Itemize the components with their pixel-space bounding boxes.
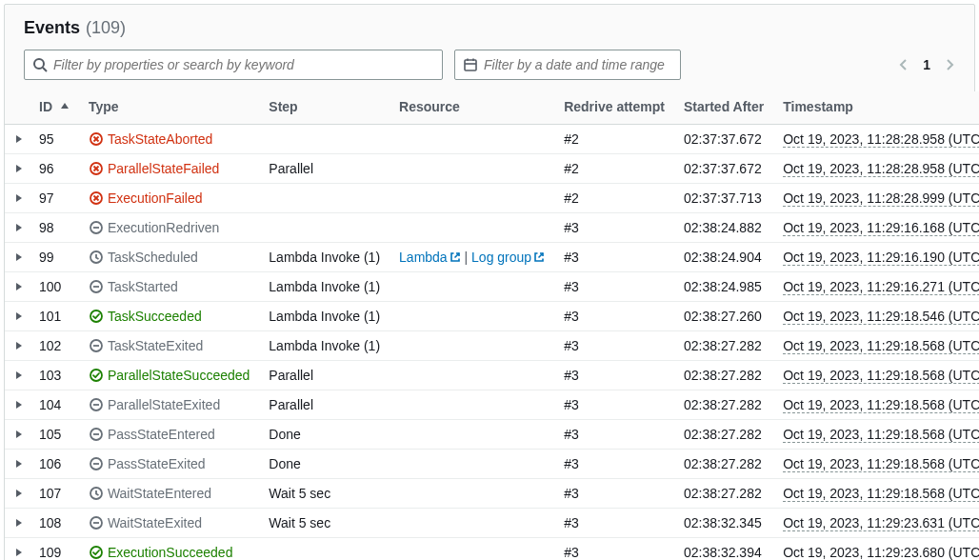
- table-row[interactable]: 95TaskStateAborted#202:37:37.672Oct 19, …: [5, 125, 979, 154]
- table-row[interactable]: 104ParallelStateExitedParallel#302:38:27…: [5, 390, 979, 420]
- keyword-input[interactable]: [53, 57, 434, 72]
- header-id[interactable]: ID: [24, 91, 79, 125]
- header-type[interactable]: Type: [79, 91, 259, 125]
- events-table: ID Type Step Resource Redrive attempt St…: [5, 91, 979, 560]
- pager-current[interactable]: 1: [923, 57, 930, 72]
- timestamp-link[interactable]: Oct 19, 2023, 11:29:18.568 (UTC-07:00): [783, 427, 979, 443]
- header-redrive[interactable]: Redrive attempt: [554, 91, 674, 125]
- cell-step: Lambda Invoke (1): [259, 272, 390, 302]
- status-icon: [89, 190, 104, 206]
- table-row[interactable]: 98ExecutionRedriven#302:38:24.882Oct 19,…: [5, 213, 979, 243]
- table-row[interactable]: 108WaitStateExitedWait 5 sec#302:38:32.3…: [5, 509, 979, 538]
- expand-row-icon[interactable]: [14, 400, 24, 410]
- events-panel: Events (109) 1: [4, 4, 975, 560]
- table-row[interactable]: 107WaitStateEnteredWait 5 sec#302:38:27.…: [5, 479, 979, 509]
- resource-link-a[interactable]: Lambda: [399, 250, 461, 265]
- svg-marker-37: [16, 401, 22, 409]
- table-row[interactable]: 103ParallelStateSucceededParallel#302:38…: [5, 361, 979, 390]
- cell-redrive: #3: [554, 479, 674, 509]
- header-resource[interactable]: Resource: [390, 91, 554, 125]
- table-row[interactable]: 96ParallelStateFailedParallel#202:37:37.…: [5, 154, 979, 184]
- cell-step: Parallel: [259, 361, 390, 390]
- table-row[interactable]: 105PassStateEnteredDone#302:38:27.282Oct…: [5, 420, 979, 450]
- cell-redrive: #3: [554, 390, 674, 420]
- cell-started: 02:38:27.282: [674, 331, 773, 361]
- table-row[interactable]: 99TaskScheduledLambda Invoke (1)Lambda |…: [5, 243, 979, 272]
- expand-row-icon[interactable]: [14, 430, 24, 439]
- expand-row-icon[interactable]: [14, 459, 24, 469]
- header-started[interactable]: Started After: [674, 91, 773, 125]
- event-type-label: TaskSucceeded: [108, 309, 202, 324]
- timestamp-link[interactable]: Oct 19, 2023, 11:29:16.190 (UTC-07:00): [783, 250, 979, 266]
- event-type-label: TaskStateAborted: [108, 131, 213, 147]
- timestamp-link[interactable]: Oct 19, 2023, 11:29:16.271 (UTC-07:00): [783, 279, 979, 295]
- panel-header: Events (109) 1: [5, 5, 974, 91]
- cell-timestamp: Oct 19, 2023, 11:29:18.568 (UTC-07:00): [773, 450, 979, 479]
- date-input[interactable]: [484, 57, 672, 72]
- header-timestamp[interactable]: Timestamp: [773, 91, 979, 125]
- expand-row-icon[interactable]: [14, 518, 24, 528]
- timestamp-link[interactable]: Oct 19, 2023, 11:28:28.958 (UTC-07:00): [783, 161, 979, 177]
- timestamp-link[interactable]: Oct 19, 2023, 11:29:18.568 (UTC-07:00): [783, 397, 979, 413]
- timestamp-link[interactable]: Oct 19, 2023, 11:29:18.568 (UTC-07:00): [783, 338, 979, 354]
- cell-step: Lambda Invoke (1): [259, 302, 390, 331]
- table-row[interactable]: 100TaskStartedLambda Invoke (1)#302:38:2…: [5, 272, 979, 302]
- cell-redrive: #3: [554, 213, 674, 243]
- cell-resource: [390, 420, 554, 450]
- cell-step: Wait 5 sec: [259, 509, 390, 538]
- expand-row-icon[interactable]: [14, 548, 24, 557]
- cell-step: [259, 125, 390, 154]
- timestamp-link[interactable]: Oct 19, 2023, 11:29:23.680 (UTC-07:00): [783, 545, 979, 560]
- status-icon: [89, 131, 104, 147]
- expand-row-icon[interactable]: [14, 134, 24, 144]
- expand-row-icon[interactable]: [14, 282, 24, 291]
- expand-row-icon[interactable]: [14, 164, 24, 173]
- header-step[interactable]: Step: [259, 91, 390, 125]
- svg-marker-51: [16, 549, 22, 556]
- keyword-filter[interactable]: [24, 50, 443, 80]
- date-filter[interactable]: [454, 50, 681, 80]
- expand-row-icon[interactable]: [14, 341, 24, 350]
- cell-step: [259, 213, 390, 243]
- expand-row-icon[interactable]: [14, 489, 24, 498]
- table-row[interactable]: 106PassStateExitedDone#302:38:27.282Oct …: [5, 450, 979, 479]
- cell-redrive: #2: [554, 184, 674, 213]
- cell-step: [259, 538, 390, 561]
- timestamp-link[interactable]: Oct 19, 2023, 11:29:18.568 (UTC-07:00): [783, 486, 979, 502]
- cell-resource: [390, 331, 554, 361]
- status-icon: [89, 250, 104, 265]
- timestamp-link[interactable]: Oct 19, 2023, 11:28:28.999 (UTC-07:00): [783, 190, 979, 207]
- cell-timestamp: Oct 19, 2023, 11:28:28.999 (UTC-07:00): [773, 184, 979, 213]
- cell-started: 02:38:24.904: [674, 243, 773, 272]
- cell-started: 02:38:32.394: [674, 538, 773, 561]
- pager-next[interactable]: [944, 59, 955, 70]
- timestamp-link[interactable]: Oct 19, 2023, 11:29:23.631 (UTC-07:00): [783, 515, 979, 531]
- timestamp-link[interactable]: Oct 19, 2023, 11:29:18.568 (UTC-07:00): [783, 456, 979, 472]
- cell-started: 02:38:27.282: [674, 450, 773, 479]
- pager-prev[interactable]: [898, 59, 909, 70]
- cell-type: ParallelStateSucceeded: [89, 368, 250, 383]
- expand-row-icon[interactable]: [14, 311, 24, 321]
- cell-step: Parallel: [259, 390, 390, 420]
- timestamp-link[interactable]: Oct 19, 2023, 11:29:18.568 (UTC-07:00): [783, 368, 979, 384]
- table-row[interactable]: 102TaskStateExitedLambda Invoke (1)#302:…: [5, 331, 979, 361]
- expand-row-icon[interactable]: [14, 370, 24, 380]
- table-row[interactable]: 109ExecutionSucceeded#302:38:32.394Oct 1…: [5, 538, 979, 561]
- timestamp-link[interactable]: Oct 19, 2023, 11:29:16.168 (UTC-07:00): [783, 220, 979, 236]
- status-icon: [89, 456, 104, 471]
- svg-marker-32: [16, 342, 22, 350]
- table-row[interactable]: 101TaskSucceededLambda Invoke (1)#302:38…: [5, 302, 979, 331]
- cell-step: Done: [259, 450, 390, 479]
- status-icon: [89, 220, 104, 235]
- cell-resource: [390, 509, 554, 538]
- event-type-label: TaskStarted: [108, 279, 178, 294]
- expand-row-icon[interactable]: [14, 223, 24, 232]
- resource-link-b[interactable]: Log group: [471, 250, 545, 265]
- timestamp-link[interactable]: Oct 19, 2023, 11:29:18.546 (UTC-07:00): [783, 309, 979, 325]
- expand-row-icon[interactable]: [14, 252, 24, 262]
- cell-redrive: #3: [554, 509, 674, 538]
- status-icon: [89, 161, 104, 176]
- expand-row-icon[interactable]: [14, 193, 24, 203]
- table-row[interactable]: 97ExecutionFailed#202:37:37.713Oct 19, 2…: [5, 184, 979, 213]
- timestamp-link[interactable]: Oct 19, 2023, 11:28:28.958 (UTC-07:00): [783, 131, 979, 148]
